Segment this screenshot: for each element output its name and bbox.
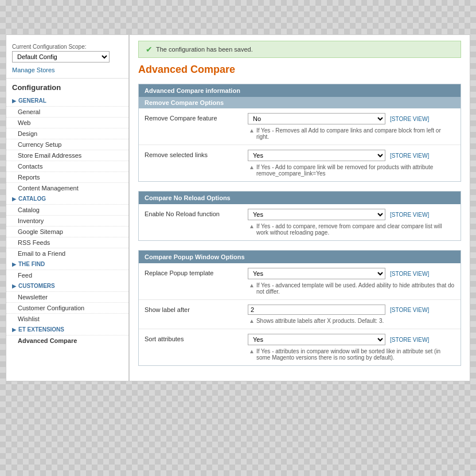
field-note-enable-no-reload: ▲ If Yes - add to compare, remove from c… [248, 223, 455, 236]
store-view-link-1[interactable]: [STORE VIEW] [390, 116, 429, 122]
field-row-enable-no-reload: Enable No Reload function No Yes [STORE … [139, 204, 461, 240]
success-message: ✔ The configuration has been saved. [138, 41, 461, 58]
field-input-row-2: No Yes [STORE VIEW] [248, 150, 455, 161]
sidebar: Current Configuration Scope: Default Con… [6, 34, 129, 381]
field-label-remove-compare-feature: Remove Compare feature [145, 113, 248, 122]
sidebar-item-reports[interactable]: Reports [6, 171, 128, 182]
field-label-remove-selected-links: Remove selected links [145, 150, 248, 158]
sidebar-item-inventory[interactable]: Inventory [6, 215, 128, 226]
field-note-remove-selected-links: ▲ If Yes - Add to compare link will be r… [248, 164, 455, 177]
sort-attributes-select[interactable]: No Yes [248, 334, 385, 345]
sidebar-category-catalog[interactable]: ▶ CATALOG [6, 193, 128, 204]
arrow-icon-et-extensions: ▶ [12, 327, 16, 333]
sidebar-item-contacts[interactable]: Contacts [6, 161, 128, 171]
note-arrow-icon-1: ▲ [249, 127, 255, 134]
field-control-enable-no-reload: No Yes [STORE VIEW] ▲ If Yes - add to co… [248, 209, 455, 236]
show-label-after-input[interactable] [248, 305, 385, 315]
field-note-sort-attributes: ▲ If Yes - attributes in compare window … [248, 348, 455, 361]
page-title: Advanced Compare [138, 64, 461, 76]
sidebar-category-et-extensions[interactable]: ▶ ET EXTENSIONS [6, 324, 128, 335]
sidebar-item-customer-configuration[interactable]: Customer Configuration [6, 302, 128, 313]
store-view-link-6[interactable]: [STORE VIEW] [390, 337, 429, 343]
store-view-link-5[interactable]: [STORE VIEW] [390, 307, 429, 313]
note-text-4: If Yes - advanced template will be used.… [256, 282, 455, 295]
manage-stores-link[interactable]: Manage Stores [6, 65, 128, 78]
arrow-icon: ▶ [12, 98, 16, 104]
field-input-row-1: No Yes [STORE VIEW] [248, 113, 455, 124]
arrow-icon-the-find: ▶ [12, 262, 16, 267]
store-view-link-3[interactable]: [STORE VIEW] [390, 212, 429, 218]
field-row-remove-compare-feature: Remove Compare feature No Yes [STORE VIE… [139, 108, 461, 145]
main-content: ✔ The configuration has been saved. Adva… [129, 34, 470, 381]
panel-header-2: Compare No Reload Options [139, 192, 461, 204]
remove-selected-links-select[interactable]: No Yes [248, 150, 385, 161]
field-note-show-label-after: ▲ Shows attribute labels after X product… [248, 318, 455, 324]
scope-label: Current Configuration Scope: [6, 41, 128, 51]
sidebar-item-wishlist[interactable]: Wishlist [6, 313, 128, 324]
field-label-enable-no-reload: Enable No Reload function [145, 209, 248, 217]
note-text-6: If Yes - attributes in compare window wi… [256, 348, 455, 361]
field-row-remove-selected-links: Remove selected links No Yes [STORE VIEW… [139, 145, 461, 181]
store-view-link-4[interactable]: [STORE VIEW] [390, 271, 429, 277]
field-row-show-label-after: Show label after [STORE VIEW] ▲ Shows at… [139, 300, 461, 329]
field-input-row-6: No Yes [STORE VIEW] [248, 334, 455, 345]
field-control-remove-compare-feature: No Yes [STORE VIEW] ▲ If Yes - Removes a… [248, 113, 455, 140]
sidebar-item-design[interactable]: Design [6, 128, 128, 139]
remove-compare-feature-select[interactable]: No Yes [248, 113, 385, 124]
category-label-customers: CUSTOMERS [18, 283, 55, 289]
sidebar-item-rss-feeds[interactable]: RSS Feeds [6, 237, 128, 248]
note-arrow-icon-4: ▲ [249, 282, 255, 288]
arrow-icon-catalog: ▶ [12, 196, 16, 202]
category-label-general: GENERAL [18, 97, 46, 104]
category-label-catalog: CATALOG [18, 196, 46, 202]
scope-select[interactable]: Default Config [12, 51, 110, 63]
sidebar-item-web[interactable]: Web [6, 117, 128, 128]
category-label-et-extensions: ET EXTENSIONS [18, 326, 64, 333]
success-text: The configuration has been saved. [156, 46, 253, 53]
field-input-row-3: No Yes [STORE VIEW] [248, 209, 455, 220]
sidebar-item-catalog[interactable]: Catalog [6, 204, 128, 215]
sidebar-item-email-to-friend[interactable]: Email to a Friend [6, 248, 128, 259]
field-row-replace-popup-template: Replace Popup template No Yes [STORE VIE… [139, 263, 461, 300]
field-row-sort-attributes: Sort attributes No Yes [STORE VIEW] ▲ If… [139, 329, 461, 365]
field-input-row-4: No Yes [STORE VIEW] [248, 268, 455, 279]
sidebar-item-currency-setup[interactable]: Currency Setup [6, 139, 128, 150]
note-arrow-icon-2: ▲ [249, 164, 255, 170]
note-arrow-icon-5: ▲ [249, 318, 255, 324]
sidebar-item-store-email-addresses[interactable]: Store Email Addresses [6, 150, 128, 161]
sidebar-item-google-sitemap[interactable]: Google Sitemap [6, 226, 128, 237]
panel-body-1: Remove Compare feature No Yes [STORE VIE… [139, 108, 461, 181]
field-input-row-5: [STORE VIEW] [248, 305, 455, 315]
note-text-5: Shows attribute labels after X products.… [256, 318, 384, 324]
store-view-link-2[interactable]: [STORE VIEW] [390, 153, 429, 159]
enable-no-reload-select[interactable]: No Yes [248, 209, 385, 220]
sidebar-item-advanced-compare[interactable]: Advanced Compare [6, 335, 128, 346]
field-label-show-label-after: Show label after [145, 305, 248, 313]
replace-popup-template-select[interactable]: No Yes [248, 268, 385, 279]
panel-compare-no-reload: Compare No Reload Options Enable No Relo… [138, 191, 461, 241]
field-note-remove-compare-feature: ▲ If Yes - Removes all Add to compare li… [248, 127, 455, 140]
panel-header-3: Compare Popup Window Options [139, 251, 461, 263]
note-text-2: If Yes - Add to compare link will be rem… [256, 164, 455, 177]
field-note-replace-popup-template: ▲ If Yes - advanced template will be use… [248, 282, 455, 295]
panel-body-2: Enable No Reload function No Yes [STORE … [139, 204, 461, 240]
panel-compare-popup-window: Compare Popup Window Options Replace Pop… [138, 250, 461, 366]
note-arrow-icon-3: ▲ [249, 223, 255, 229]
sidebar-category-general[interactable]: ▶ GENERAL [6, 95, 128, 106]
sidebar-category-the-find[interactable]: ▶ THE FIND [6, 259, 128, 270]
sidebar-item-general[interactable]: General [6, 106, 128, 117]
sidebar-item-newsletter[interactable]: Newsletter [6, 291, 128, 302]
note-text-1: If Yes - Removes all Add to compare link… [256, 127, 455, 140]
field-control-replace-popup-template: No Yes [STORE VIEW] ▲ If Yes - advanced … [248, 268, 455, 295]
sidebar-category-customers[interactable]: ▶ CUSTOMERS [6, 280, 128, 291]
panel-subheader-1: Remove Compare Options [139, 97, 461, 108]
note-arrow-icon-6: ▲ [249, 348, 255, 354]
arrow-icon-customers: ▶ [12, 283, 16, 289]
field-control-remove-selected-links: No Yes [STORE VIEW] ▲ If Yes - Add to co… [248, 150, 455, 177]
panel-body-3: Replace Popup template No Yes [STORE VIE… [139, 263, 461, 365]
sidebar-item-feed[interactable]: Feed [6, 270, 128, 280]
category-label-the-find: THE FIND [18, 261, 45, 267]
field-control-sort-attributes: No Yes [STORE VIEW] ▲ If Yes - attribute… [248, 334, 455, 361]
sidebar-item-content-management[interactable]: Content Management [6, 182, 128, 193]
field-label-sort-attributes: Sort attributes [145, 334, 248, 342]
